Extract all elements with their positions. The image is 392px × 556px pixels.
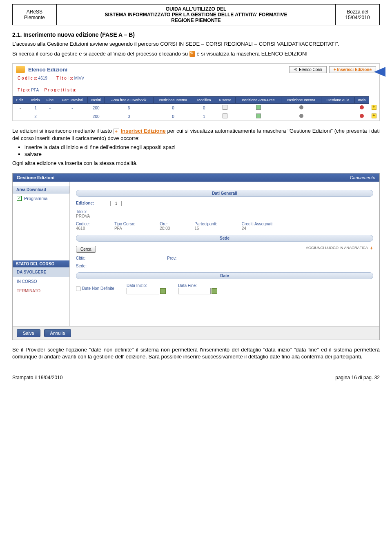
modify-icon[interactable] (223, 113, 227, 118)
col-modifica: Modifica (193, 97, 215, 104)
date-non-definite-label: Date Non Definite (82, 286, 114, 291)
col-iscrint: Iscrizione Interna (153, 97, 193, 104)
partecipanti-label: Partecipanti: (194, 222, 217, 226)
annulla-button[interactable]: Annulla (44, 329, 71, 337)
plus-icon (369, 246, 373, 250)
intro-paragraph-2: Si ricerca il corso da gestire e si acce… (12, 50, 380, 58)
date-bar: Date (76, 272, 373, 279)
tipocorso-label: Tipo Corso: (114, 222, 135, 226)
col-iscritti: Iscritti (88, 97, 105, 104)
crediti-value: 24 (242, 226, 246, 231)
edit-icon (189, 51, 195, 57)
sidebar-item-programma[interactable]: ✓ Programma (13, 193, 69, 203)
col-inizio: Inizio (28, 97, 43, 104)
resource-icon[interactable] (256, 113, 261, 118)
col-fine: Fine (43, 97, 57, 104)
col-gest-aula: Gestione Aula (321, 97, 355, 104)
document-header: AReSS Piemonte GUIDA ALL'UTILIZZO DEL SI… (12, 4, 380, 25)
date-non-definite-checkbox[interactable] (76, 287, 80, 291)
col-iscr-int2: Iscrizione Interna (281, 97, 321, 104)
calendar-icon[interactable] (212, 288, 217, 294)
screenshot-elenco-edizioni: Elenco Edizioni ⮜Elenco Corsi + Inserisc… (12, 63, 380, 121)
stato-terminato[interactable]: TERMINATO (13, 286, 69, 296)
gestione-edizioni-title: Gestione Edizioni (17, 175, 54, 180)
salva-button[interactable]: Salva (17, 329, 40, 337)
caricamento-label: Caricamento (350, 175, 375, 180)
footer-left: Stampato il 19/04/2010 (12, 375, 62, 380)
codice-value: 4618 (76, 226, 85, 231)
pointer-arrow-icon (374, 67, 385, 77)
header-left-1: AReSS (16, 9, 53, 15)
red-dot-icon[interactable] (360, 114, 364, 118)
ore-label: Ore: (160, 222, 170, 226)
edizione-label: Edizione: (76, 201, 94, 205)
inserisci-edizione-button[interactable]: + Inserisci Edizione (329, 66, 376, 73)
data-fine-input[interactable] (178, 288, 211, 294)
screenshot-gestione-edizioni: Gestione Edizioni Caricamento Area Downl… (12, 173, 380, 340)
crediti-label: Crediti Assegnati: (242, 222, 274, 226)
codice-value: 4619 (38, 76, 47, 80)
check-icon: ✓ (17, 196, 22, 201)
dot-icon[interactable] (299, 114, 303, 118)
send-plus-icon[interactable] (372, 113, 376, 118)
cerca-button[interactable]: Cerca (76, 246, 96, 253)
edizione-input[interactable] (110, 201, 122, 206)
section-title: 2.1. Inserimento nuova edizione (FASE A … (12, 31, 380, 38)
titolo-value: PROVA (76, 214, 90, 218)
page-footer: Stampato il 19/04/2010 pagina 16 di pag.… (12, 373, 380, 380)
arrow-left-icon: ⮜ (294, 67, 298, 72)
codice-label: Codice: (76, 222, 90, 226)
col-areafree: Area free e Overbook (105, 97, 154, 104)
elenco-corsi-button[interactable]: ⮜Elenco Corsi (289, 66, 327, 73)
header-right-1: Bozza del (339, 9, 376, 15)
codice-label: C o d i c e: (18, 76, 37, 80)
dot-icon[interactable] (299, 105, 303, 109)
resource-icon[interactable] (256, 105, 261, 110)
col-iscr-area: Iscrizione Area-Free (235, 97, 281, 104)
red-dot-icon[interactable] (360, 105, 364, 109)
footer-right: pagina 16 di pag. 32 (335, 375, 380, 380)
header-mid-2: SISTEMA INFORMATIZZATO PER LA GESTIONE D… (60, 12, 332, 18)
citta-label: Città: (76, 256, 85, 260)
header-mid-3: REGIONE PIEMONTE (60, 18, 332, 23)
tipo-label: T i p o: (18, 88, 30, 92)
col-risorse: Risorse (215, 97, 235, 104)
header-mid-1: GUIDA ALL'UTILIZZO DEL (60, 6, 332, 12)
folder-icon (16, 66, 25, 73)
data-inizio-label: Data Inizio: (127, 283, 166, 288)
edizioni-table: Ediz. Inizio Fine Part. Previsti Iscritt… (13, 96, 379, 121)
tipocorso-value: PFA (114, 226, 122, 231)
prov-label: Prov.: (167, 256, 177, 260)
dati-generali-bar: Dati Generali (76, 190, 373, 197)
mid-paragraph: Le edizioni si inseriscono mediante il t… (12, 127, 380, 142)
partecipanti-value: 15 (194, 226, 199, 231)
table-row: - 2 - - 200 0 0 1 (13, 112, 380, 121)
stato-da-svolgere[interactable]: DA SVOLGERE (13, 267, 69, 277)
modify-icon[interactable] (223, 105, 227, 110)
aggiungi-luogo-link[interactable]: AGGIUNGI LUOGO IN ANAGRAFICA (306, 246, 373, 253)
data-inizio-input[interactable] (127, 288, 159, 294)
sede-label: Sede: (76, 264, 87, 268)
header-right-2: 15/04/2010 (339, 15, 376, 20)
instruction-list: inserire la data di inizio e di fine del… (24, 144, 380, 157)
ore-value: 20:00 (160, 226, 170, 231)
main-area: Dati Generali Edizione: Titolo: PROVA Co… (70, 182, 379, 326)
stato-corso-header: STATO DEL CORSO (13, 260, 69, 267)
header-left-2: Piemonte (16, 15, 53, 20)
send-plus-icon[interactable] (372, 105, 376, 110)
data-fine-label: Data Fine: (178, 283, 217, 288)
tipo-value: PFA (31, 88, 38, 92)
bottom-paragraph: Se il Provider sceglie l'opzione "date n… (12, 346, 380, 360)
elenco-edizioni-title: Elenco Edizioni (28, 67, 67, 73)
intro-paragraph-1: L'accesso alla Gestione Edizioni avviene… (12, 40, 380, 48)
calendar-icon[interactable] (160, 288, 166, 294)
plus-small-icon: + (334, 67, 337, 72)
sede-bar: Sede (76, 235, 373, 242)
list-item: inserire la data di inizio e di fine del… (24, 144, 380, 150)
progettista-label: P r o g e t t i s t a: (44, 88, 76, 92)
stato-in-corso[interactable]: IN CORSO (13, 277, 69, 286)
area-download-header: Area Download (13, 186, 69, 193)
plus-icon (114, 129, 119, 134)
col-part: Part. Previsti (57, 97, 88, 104)
list-item: salvare (24, 151, 380, 157)
